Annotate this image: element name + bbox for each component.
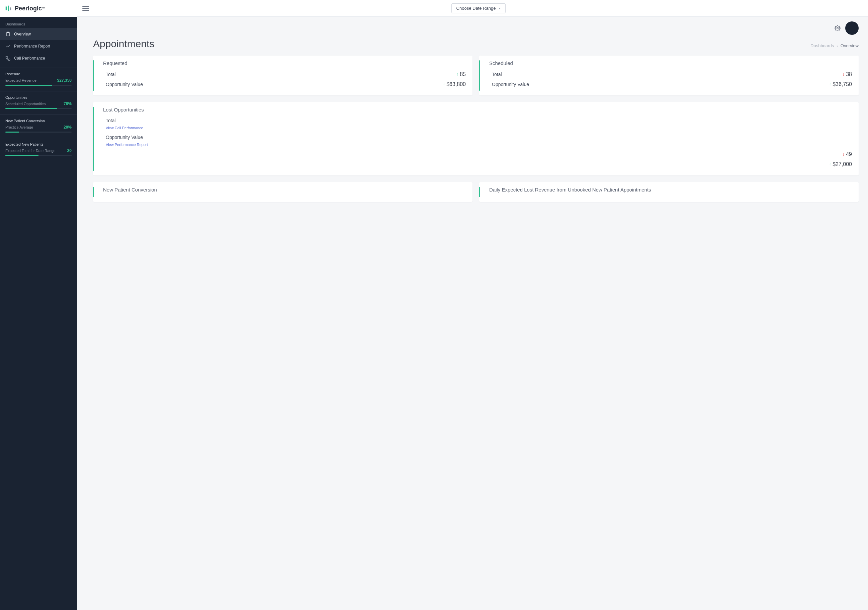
sidebar-heading: Dashboards bbox=[0, 20, 77, 28]
metric-value: ↓ 49 bbox=[842, 151, 852, 157]
metric-bar bbox=[5, 108, 71, 109]
caret-down-icon: ▾ bbox=[499, 6, 501, 10]
metric-heading: Revenue bbox=[5, 72, 71, 76]
page-header: Appointments Dashboards › Overview bbox=[77, 35, 868, 53]
metric-label: Total bbox=[106, 118, 116, 123]
sidebar-metric-opportunities: Opportunities Scheduled Opportunities 78… bbox=[0, 93, 77, 112]
clipboard-icon bbox=[5, 31, 11, 37]
metric-heading: Opportunities bbox=[5, 95, 71, 99]
arrow-down-icon: ↓ bbox=[842, 152, 845, 157]
breadcrumb-current: Overview bbox=[840, 43, 859, 48]
metric-row-total: Total ↓ 38 bbox=[486, 69, 852, 79]
divider bbox=[0, 138, 77, 138]
arrow-up-icon: ↑ bbox=[443, 82, 445, 87]
page-title: Appointments bbox=[93, 38, 154, 50]
svg-point-5 bbox=[837, 28, 839, 29]
sidebar: Peerlogic ™ Dashboards Overview Performa… bbox=[0, 0, 77, 610]
sidebar-item-label: Call Performance bbox=[14, 56, 45, 61]
sidebar-metric-npc: New Patient Conversion Practice Average … bbox=[0, 117, 77, 136]
metric-value: ↑ $36,750 bbox=[829, 81, 852, 87]
sidebar-section-dashboards: Dashboards Overview Performance Report C… bbox=[0, 17, 77, 66]
card-accent bbox=[93, 187, 94, 197]
card-accent bbox=[93, 107, 94, 171]
sidebar-item-overview[interactable]: Overview bbox=[0, 28, 77, 40]
metric-row-opportunity: Opportunity Value ↑ $63,800 bbox=[100, 79, 466, 89]
metric-bar bbox=[5, 132, 71, 133]
link-view-performance-report[interactable]: View Performance Report bbox=[100, 143, 852, 147]
metric-row-total: Total ↑ 85 bbox=[100, 69, 466, 79]
card-scheduled: Scheduled Total ↓ 38 Opportunity Value ↑… bbox=[479, 56, 859, 95]
card-accent bbox=[93, 60, 94, 91]
metric-label: Scheduled Opportunities bbox=[5, 102, 45, 106]
date-range-label: Choose Date Range bbox=[456, 6, 496, 11]
settings-gear-icon[interactable] bbox=[834, 25, 840, 31]
metric-value: $27,350 bbox=[57, 78, 71, 83]
metric-label: Expected Revenue bbox=[5, 78, 36, 82]
metric-value: ↓ 38 bbox=[842, 71, 852, 78]
metric-label: Opportunity Value bbox=[106, 135, 143, 140]
user-avatar[interactable] bbox=[845, 22, 859, 35]
metric-label: Opportunity Value bbox=[492, 82, 529, 87]
card-title: Daily Expected Lost Revenue from Unbooke… bbox=[486, 187, 852, 192]
main-content: Choose Date Range ▾ Appointments Dashboa… bbox=[77, 0, 868, 610]
metric-value: 20 bbox=[67, 148, 71, 153]
sidebar-item-label: Performance Report bbox=[14, 44, 50, 48]
metric-label: Opportunity Value bbox=[106, 82, 143, 87]
metric-value: ↑ 85 bbox=[456, 71, 466, 78]
metric-label: Total bbox=[492, 71, 502, 77]
metric-row-total: Total bbox=[100, 116, 852, 125]
logo-icon bbox=[5, 5, 12, 12]
metric-value: 20% bbox=[64, 125, 71, 130]
arrow-up-icon: ↑ bbox=[829, 82, 831, 87]
sidebar-item-performance-report[interactable]: Performance Report bbox=[0, 40, 77, 52]
card-requested: Requested Total ↑ 85 Opportunity Value ↑… bbox=[93, 56, 473, 95]
menu-toggle-icon[interactable] bbox=[82, 6, 89, 11]
card-accent bbox=[479, 187, 480, 197]
date-range-button[interactable]: Choose Date Range ▾ bbox=[451, 3, 506, 13]
metric-label: Total bbox=[106, 71, 116, 77]
arrow-up-icon: ↑ bbox=[456, 71, 459, 77]
topbar: Choose Date Range ▾ bbox=[77, 0, 868, 17]
metric-value: ↑ $27,000 bbox=[829, 161, 852, 168]
metric-row-value2: ↑ $27,000 bbox=[100, 159, 852, 169]
arrow-up-icon: ↑ bbox=[829, 162, 831, 167]
card-title: New Patient Conversion bbox=[100, 187, 466, 192]
card-new-patient-conversion: New Patient Conversion bbox=[93, 182, 473, 202]
arrow-down-icon: ↓ bbox=[842, 71, 845, 77]
svg-rect-0 bbox=[6, 7, 7, 10]
card-accent bbox=[479, 60, 480, 91]
breadcrumb-root[interactable]: Dashboards bbox=[811, 43, 834, 48]
divider bbox=[0, 68, 77, 68]
chart-line-icon bbox=[5, 43, 11, 49]
brand-logo[interactable]: Peerlogic ™ bbox=[0, 0, 77, 17]
breadcrumb: Dashboards › Overview bbox=[811, 43, 859, 48]
brand-name: Peerlogic bbox=[15, 5, 42, 12]
metric-bar bbox=[5, 85, 71, 86]
app-root: Peerlogic ™ Dashboards Overview Performa… bbox=[0, 0, 868, 610]
card-lost-opportunities: Lost Opportunities Total View Call Perfo… bbox=[93, 102, 859, 175]
sidebar-item-label: Overview bbox=[14, 32, 31, 36]
divider bbox=[0, 115, 77, 115]
metric-heading: New Patient Conversion bbox=[5, 119, 71, 123]
svg-rect-1 bbox=[8, 6, 9, 11]
phone-icon bbox=[5, 56, 11, 61]
card-daily-expected-lost-revenue: Daily Expected Lost Revenue from Unbooke… bbox=[479, 182, 859, 202]
metric-row-opportunity: Opportunity Value bbox=[100, 133, 852, 142]
chevron-right-icon: › bbox=[837, 44, 838, 48]
metric-label: Expected Total for Date Range bbox=[5, 149, 56, 153]
card-title: Lost Opportunities bbox=[100, 107, 852, 112]
metric-label: Practice Average bbox=[5, 125, 33, 129]
utility-row bbox=[77, 17, 868, 35]
link-view-call-performance[interactable]: View Call Performance bbox=[100, 126, 852, 130]
sidebar-item-call-performance[interactable]: Call Performance bbox=[0, 52, 77, 64]
sidebar-metric-revenue: Revenue Expected Revenue $27,350 bbox=[0, 70, 77, 89]
card-title: Scheduled bbox=[486, 60, 852, 66]
metric-row-opportunity: Opportunity Value ↑ $36,750 bbox=[486, 79, 852, 89]
metric-value: 78% bbox=[64, 101, 71, 106]
metric-heading: Expected New Patients bbox=[5, 142, 71, 146]
brand-tm: ™ bbox=[42, 7, 45, 10]
svg-rect-2 bbox=[10, 7, 11, 10]
sidebar-metric-expected-patients: Expected New Patients Expected Total for… bbox=[0, 140, 77, 159]
divider bbox=[0, 91, 77, 92]
card-title: Requested bbox=[100, 60, 466, 66]
